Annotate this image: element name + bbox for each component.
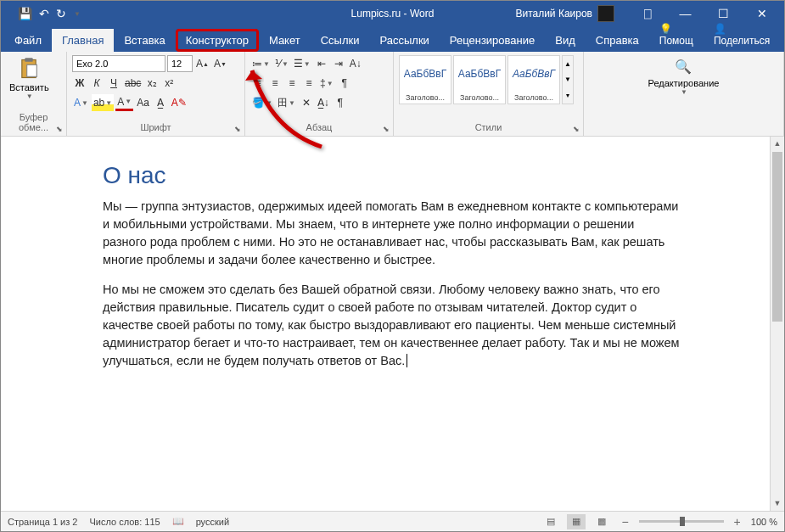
multilevel-button[interactable]: ☰▼ bbox=[292, 55, 312, 72]
editing-button[interactable]: 🔍 Редактирование ▼ bbox=[642, 55, 726, 99]
tab-mailings[interactable]: Рассылки bbox=[369, 29, 439, 52]
align-center-button[interactable]: ≡ bbox=[267, 75, 283, 92]
align-left-button[interactable]: ≡ bbox=[250, 75, 266, 92]
tab-references[interactable]: Ссылки bbox=[311, 29, 370, 52]
show-marks-button[interactable]: ¶ bbox=[337, 75, 352, 92]
font-size-combo[interactable] bbox=[167, 55, 193, 72]
pilcrow-button[interactable]: ¶ bbox=[333, 94, 348, 111]
ribbon-group-editing: 🔍 Редактирование ▼ bbox=[584, 52, 784, 136]
user-avatar[interactable] bbox=[597, 5, 614, 22]
more-styles-icon[interactable]: ▾ bbox=[563, 92, 573, 99]
asian-layout-button[interactable]: ✕ bbox=[299, 94, 314, 111]
scroll-down-icon[interactable]: ▼ bbox=[771, 496, 784, 511]
ribbon-group-styles: АаБбВвГ Заголово... АаБбВвГ Заголово... … bbox=[394, 52, 584, 136]
scroll-up-icon[interactable]: ▲ bbox=[771, 137, 784, 151]
shrink-font-button[interactable]: A▼ bbox=[212, 55, 228, 72]
zoom-level[interactable]: 100 % bbox=[751, 517, 777, 527]
style-name: Заголово... bbox=[508, 92, 559, 104]
web-layout-button[interactable]: ▩ bbox=[592, 514, 611, 529]
tab-home[interactable]: Главная bbox=[52, 29, 114, 52]
bullets-button[interactable]: ≔▼ bbox=[250, 55, 272, 72]
highlight-button[interactable]: ab▼ bbox=[92, 94, 114, 111]
font-dialog-launcher-icon[interactable]: ⬊ bbox=[234, 125, 241, 133]
subscript-button[interactable]: x₂ bbox=[144, 75, 160, 92]
style-preview: АаБбВвГ bbox=[400, 56, 451, 92]
print-layout-button[interactable]: ▦ bbox=[567, 514, 586, 529]
language-indicator[interactable]: русский bbox=[196, 517, 229, 527]
borders-button[interactable]: 田▼ bbox=[276, 94, 297, 111]
clipboard-icon bbox=[17, 57, 41, 81]
save-icon[interactable]: 💾 bbox=[18, 7, 32, 20]
zoom-out-button[interactable]: − bbox=[618, 515, 631, 529]
paragraph-dialog-launcher-icon[interactable]: ⬊ bbox=[383, 125, 390, 133]
zoom-slider-thumb[interactable] bbox=[680, 517, 685, 526]
style-item-1[interactable]: АаБбВвГ Заголово... bbox=[399, 55, 451, 104]
justify-button[interactable]: ≡ bbox=[301, 75, 317, 92]
tab-design[interactable]: Конструктор bbox=[176, 29, 259, 52]
increase-indent-button[interactable]: ⇥ bbox=[331, 55, 346, 72]
document-paragraph-2: Но мы не сможем это сделать без Вашей об… bbox=[103, 281, 680, 370]
document-paragraph-1: Мы — группа энтузиастов, одержимых идеей… bbox=[103, 198, 680, 269]
status-bar: Страница 1 из 2 Число слов: 115 📖 русски… bbox=[1, 511, 784, 531]
char-border-button[interactable]: A̲ bbox=[153, 94, 168, 111]
qat-dropdown-icon[interactable]: ▼ bbox=[74, 10, 81, 18]
tab-review[interactable]: Рецензирование bbox=[440, 29, 545, 52]
scroll-thumb[interactable] bbox=[772, 152, 782, 322]
tab-help[interactable]: Справка bbox=[586, 29, 649, 52]
svg-rect-3 bbox=[27, 64, 37, 76]
styles-gallery-more[interactable]: ▲ ▼ ▾ bbox=[562, 55, 574, 104]
ribbon-group-clipboard: Вставить ▼ Буфер обме... ⬊ bbox=[1, 52, 67, 136]
redo-icon[interactable]: ↻ bbox=[56, 7, 66, 20]
zoom-in-button[interactable]: + bbox=[731, 515, 744, 529]
paste-dropdown-icon[interactable]: ▼ bbox=[26, 92, 33, 100]
ribbon: Вставить ▼ Буфер обме... ⬊ A▲ A▼ Ж К Ч a… bbox=[1, 52, 784, 137]
para-sort-button[interactable]: A̲↓ bbox=[316, 94, 331, 111]
clear-format-button[interactable]: A✎ bbox=[170, 94, 188, 111]
style-preview: АаБбВвГ bbox=[508, 56, 559, 92]
styles-dialog-launcher-icon[interactable]: ⬊ bbox=[573, 125, 580, 133]
text-effects-button[interactable]: A▼ bbox=[72, 94, 90, 111]
style-preview: АаБбВвГ bbox=[454, 56, 505, 92]
tab-layout[interactable]: Макет bbox=[259, 29, 311, 52]
strike-button[interactable]: abc bbox=[123, 75, 143, 92]
document-area[interactable]: О нас Мы — группа энтузиастов, одержимых… bbox=[1, 137, 784, 511]
numbering-button[interactable]: ⅟▼ bbox=[273, 55, 290, 72]
share-button[interactable]: 👤 Поделиться bbox=[704, 18, 780, 52]
tell-me-button[interactable]: 💡 Помощ bbox=[649, 18, 704, 52]
bold-button[interactable]: Ж bbox=[72, 75, 87, 92]
tab-view[interactable]: Вид bbox=[545, 29, 586, 52]
clipboard-group-label: Буфер обме... bbox=[6, 110, 61, 134]
ribbon-tabs: Файл Главная Вставка Конструктор Макет С… bbox=[1, 26, 784, 52]
page-indicator[interactable]: Страница 1 из 2 bbox=[8, 517, 77, 527]
read-mode-button[interactable]: ▤ bbox=[541, 514, 560, 529]
paste-button[interactable]: Вставить ▼ bbox=[6, 55, 53, 102]
style-item-3[interactable]: АаБбВвГ Заголово... bbox=[507, 55, 560, 104]
word-count[interactable]: Число слов: 115 bbox=[89, 517, 160, 527]
align-right-button[interactable]: ≡ bbox=[284, 75, 300, 92]
font-color-button[interactable]: A▼ bbox=[115, 94, 133, 111]
line-spacing-button[interactable]: ‡▼ bbox=[318, 75, 335, 92]
style-item-2[interactable]: АаБбВвГ Заголово... bbox=[453, 55, 506, 104]
ribbon-group-paragraph: ≔▼ ⅟▼ ☰▼ ⇤ ⇥ A↓ ≡ ≡ ≡ ≡ ‡▼ ¶ 🪣▼ 田 bbox=[245, 52, 394, 136]
tab-file[interactable]: Файл bbox=[4, 29, 52, 52]
chevron-up-icon[interactable]: ▲ bbox=[563, 60, 573, 68]
proofing-icon[interactable]: 📖 bbox=[172, 516, 184, 527]
shading-button[interactable]: 🪣▼ bbox=[250, 94, 274, 111]
decrease-indent-button[interactable]: ⇤ bbox=[314, 55, 329, 72]
styles-gallery: АаБбВвГ Заголово... АаБбВвГ Заголово... … bbox=[399, 55, 574, 104]
italic-button[interactable]: К bbox=[89, 75, 104, 92]
zoom-slider[interactable] bbox=[639, 520, 724, 523]
superscript-button[interactable]: x² bbox=[161, 75, 177, 92]
font-name-combo[interactable] bbox=[72, 55, 165, 72]
underline-button[interactable]: Ч bbox=[106, 75, 121, 92]
paste-label: Вставить bbox=[9, 82, 49, 92]
tab-insert[interactable]: Вставка bbox=[114, 29, 175, 52]
styles-group-label: Стили bbox=[399, 120, 578, 134]
grow-font-button[interactable]: A▲ bbox=[194, 55, 210, 72]
sort-button[interactable]: A↓ bbox=[348, 55, 363, 72]
clipboard-dialog-launcher-icon[interactable]: ⬊ bbox=[56, 125, 63, 133]
undo-icon[interactable]: ↶ bbox=[39, 7, 49, 20]
vertical-scrollbar[interactable]: ▲ ▼ bbox=[770, 137, 784, 511]
change-case-button[interactable]: Aa bbox=[135, 94, 151, 111]
chevron-down-icon[interactable]: ▼ bbox=[563, 76, 573, 83]
